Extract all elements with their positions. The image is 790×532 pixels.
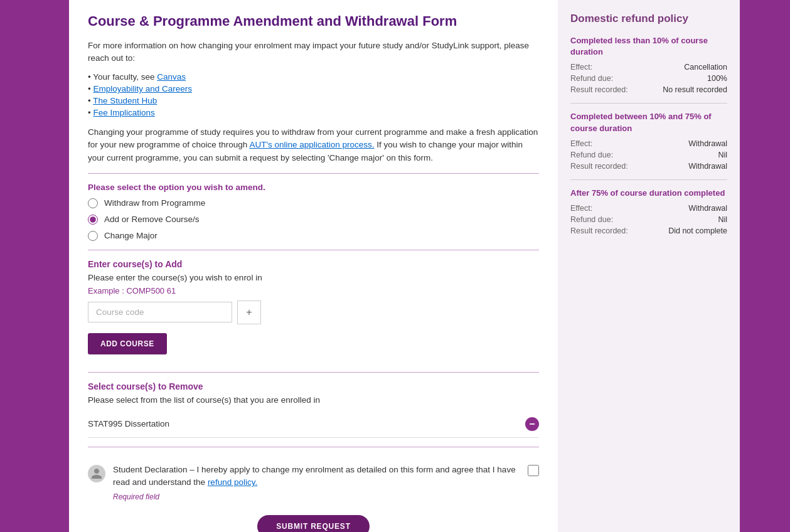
radio-withdraw[interactable] (88, 198, 98, 208)
declaration-section: Student Declaration – I hereby apply to … (88, 457, 539, 503)
add-course-button[interactable]: ADD COURSE (88, 333, 167, 354)
refund-title: Domestic refund policy (570, 13, 727, 25)
refund-row: Effect: Withdrawal (570, 204, 727, 213)
avatar-icon (88, 465, 105, 482)
refund-value: 100% (707, 74, 727, 83)
radio-change-major[interactable] (88, 231, 98, 241)
left-sidebar (0, 0, 69, 532)
refund-policy-link[interactable]: refund policy. (208, 477, 257, 487)
body-text: Changing your programme of study require… (88, 126, 539, 164)
refund-value: Withdrawal (688, 162, 727, 171)
refund-row: Result recorded: Withdrawal (570, 162, 727, 171)
refund-value: Withdrawal (688, 204, 727, 213)
refund-row: Refund due: Nil (570, 151, 727, 159)
course-input-row: + (88, 301, 539, 324)
refund-row: Effect: Withdrawal (570, 139, 727, 148)
refund-label: Refund due: (570, 151, 613, 159)
refund-subtitle-1: Completed between 10% and 75% of course … (570, 111, 727, 134)
refund-section-2: After 75% of course duration completed E… (570, 188, 727, 235)
refund-label: Effect: (570, 63, 592, 72)
employability-link[interactable]: Employability and Careers (93, 84, 192, 93)
list-item: Your faculty, see Canvas (88, 72, 539, 82)
refund-value: No result recorded (663, 85, 727, 94)
radio-withdraw-label: Withdraw from Programme (104, 198, 205, 208)
radio-group: Withdraw from Programme Add or Remove Co… (88, 198, 539, 241)
links-list: Your faculty, see Canvas Employability a… (88, 72, 539, 117)
refund-section-1: Completed between 10% and 75% of course … (570, 111, 727, 170)
aut-application-link[interactable]: AUT's online application process. (249, 140, 374, 149)
canvas-prefix: Your faculty, see (93, 72, 157, 82)
enter-courses-title: Enter course(s) to Add (88, 259, 539, 269)
radio-add-remove[interactable] (88, 215, 98, 225)
remove-course-button[interactable]: − (525, 417, 539, 431)
refund-row: Refund due: Nil (570, 215, 727, 224)
course-code-input[interactable] (88, 302, 232, 322)
select-option-label: Please select the option you wish to ame… (88, 183, 539, 192)
refund-label: Result recorded: (570, 226, 628, 235)
submit-button[interactable]: SUBMIT REQUEST (257, 515, 370, 532)
enrolled-course-label: STAT995 Dissertation (88, 419, 169, 428)
student-hub-link[interactable]: The Student Hub (93, 96, 157, 105)
refund-label: Effect: (570, 204, 592, 213)
radio-item-withdraw[interactable]: Withdraw from Programme (88, 198, 539, 208)
refund-label: Result recorded: (570, 162, 628, 171)
refund-divider-1 (570, 103, 727, 104)
divider-3 (88, 372, 539, 373)
refund-value: Nil (718, 215, 727, 224)
example-text: Example : COMP500 61 (88, 286, 539, 295)
refund-value: Did not complete (668, 226, 727, 235)
divider-1 (88, 173, 539, 174)
declaration-text: Student Declaration – I hereby apply to … (113, 464, 520, 503)
radio-item-add-remove[interactable]: Add or Remove Course/s (88, 215, 539, 225)
refund-row: Result recorded: No result recorded (570, 85, 727, 94)
radio-change-major-label: Change Major (104, 231, 157, 240)
main-content: Course & Programme Amendment and Withdra… (69, 0, 558, 532)
declaration-text-1: Student Declaration – I hereby apply to … (113, 465, 516, 487)
remove-courses-desc: Please select from the list of course(s)… (88, 395, 539, 405)
plus-button[interactable]: + (237, 301, 261, 324)
radio-item-change-major[interactable]: Change Major (88, 231, 539, 241)
refund-value: Cancellation (684, 63, 727, 72)
enter-courses-desc: Please enter the course(s) you wish to e… (88, 273, 539, 282)
refund-label: Refund due: (570, 74, 613, 83)
refund-subtitle-2: After 75% of course duration completed (570, 188, 727, 199)
refund-section-0: Completed less than 10% of course durati… (570, 35, 727, 94)
required-field-label: Required field (113, 491, 520, 503)
declaration-checkbox[interactable] (528, 465, 539, 476)
refund-row: Result recorded: Did not complete (570, 226, 727, 235)
right-outer (740, 0, 790, 532)
refund-row: Effect: Cancellation (570, 63, 727, 72)
refund-subtitle-0: Completed less than 10% of course durati… (570, 35, 727, 58)
list-item: Fee Implications (88, 108, 539, 117)
course-remove-row: STAT995 Dissertation − (88, 411, 539, 438)
list-item: The Student Hub (88, 96, 539, 105)
intro-text: For more information on how changing you… (88, 40, 539, 65)
refund-value: Nil (718, 151, 727, 159)
refund-divider-2 (570, 179, 727, 180)
divider-4 (88, 447, 539, 447)
refund-label: Effect: (570, 139, 592, 148)
page-title: Course & Programme Amendment and Withdra… (88, 13, 539, 31)
submit-row: SUBMIT REQUEST (88, 515, 539, 532)
radio-add-remove-label: Add or Remove Course/s (104, 215, 200, 224)
right-sidebar: Domestic refund policy Completed less th… (558, 0, 740, 532)
divider-2 (88, 250, 539, 250)
refund-row: Refund due: 100% (570, 74, 727, 83)
refund-label: Result recorded: (570, 85, 628, 94)
fee-implications-link[interactable]: Fee Implications (93, 108, 154, 117)
refund-value: Withdrawal (688, 139, 727, 148)
remove-courses-title: Select course(s) to Remove (88, 381, 539, 391)
list-item: Employability and Careers (88, 84, 539, 93)
canvas-link[interactable]: Canvas (157, 72, 186, 82)
refund-label: Refund due: (570, 215, 613, 224)
